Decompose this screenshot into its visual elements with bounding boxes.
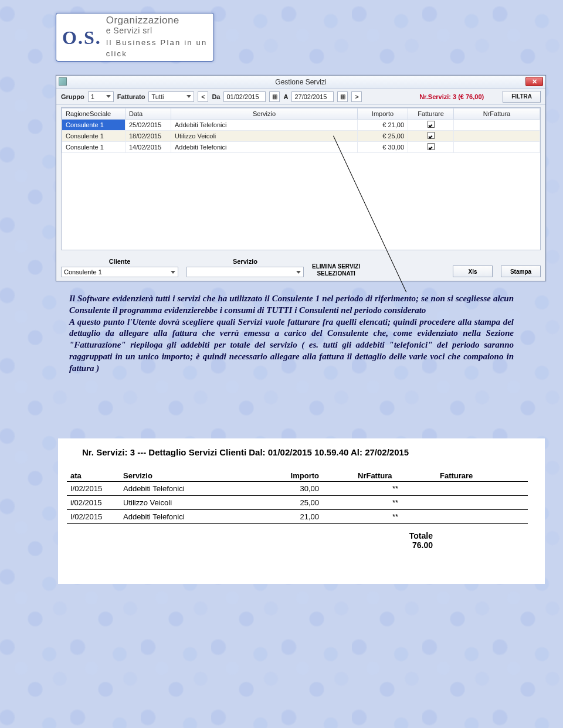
cliente-label: Cliente — [109, 258, 131, 265]
servizi-grid[interactable]: RagioneSociale Data Servizio Importo Fat… — [61, 107, 541, 250]
toolbar: Gruppo 1 Fatturato Tutti < Da 01/02/2015… — [56, 89, 545, 105]
filtra-button[interactable]: FILTRA — [503, 91, 541, 103]
col-nrfattura[interactable]: NrFattura — [454, 108, 540, 120]
da-label: Da — [212, 93, 220, 100]
stampa-button[interactable]: Stampa — [501, 266, 541, 277]
servizio-combo[interactable] — [186, 267, 304, 277]
logo-initials: O.S. — [62, 28, 101, 47]
gestione-servizi-window: Gestione Servizi ✕ Gruppo 1 Fatturato Tu… — [56, 75, 546, 281]
body-paragraph: Il Software evidenzierà tutti i servizi … — [69, 293, 514, 375]
window-title: Gestione Servizi — [275, 78, 326, 86]
col-fatturare[interactable]: Fatturare — [408, 108, 454, 120]
servizio-label: Servizio — [233, 258, 257, 265]
col-importo[interactable]: Importo — [358, 108, 408, 120]
nr-servizi-label: Nr.Servizi: 3 (€ 76,00) — [419, 93, 484, 100]
gruppo-label: Gruppo — [61, 93, 84, 100]
table-row[interactable]: Consulente 125/02/2015Addebiti Telefonic… — [62, 120, 540, 131]
report-table: ata Servizio Importo NrFattura Fatturare… — [67, 470, 528, 552]
col-ragione[interactable]: RagioneSociale — [62, 108, 126, 120]
col-servizio[interactable]: Servizio — [171, 108, 358, 120]
table-row[interactable]: Consulente 114/02/2015Addebiti Telefonic… — [62, 142, 540, 153]
prev-button[interactable]: < — [198, 91, 208, 102]
da-calendar-icon[interactable]: ▦ — [269, 91, 280, 102]
fatturato-label: Fatturato — [117, 93, 145, 100]
da-date-input[interactable]: 01/02/2015 — [223, 91, 266, 102]
rcol-fatturare: Fatturare — [436, 470, 528, 482]
report-panel: Nr. Servizi: 3 --- Dettaglio Servizi Cli… — [58, 438, 545, 584]
logo-line1: Organizzazione — [106, 15, 208, 26]
fatturare-checkbox[interactable] — [428, 132, 435, 139]
report-row: I/02/2015Addebiti Telefonici21,00** — [67, 510, 528, 524]
report-total-row: Totale76.00 — [67, 524, 528, 553]
report-row: i/02/2015Utilizzo Veicoli25,00** — [67, 496, 528, 510]
gruppo-select[interactable]: 1 — [88, 91, 114, 102]
logo-line2: e Servizi srl — [106, 26, 208, 35]
fatturare-checkbox[interactable] — [428, 143, 435, 150]
rcol-nrfattura: NrFattura — [354, 470, 436, 482]
cliente-combo[interactable]: Consulente 1 — [61, 267, 178, 277]
rcol-data: ata — [67, 470, 120, 482]
fatturato-select[interactable]: Tutti — [148, 91, 194, 102]
elimina-servizi-label: ELIMINA SERVIZI SELEZIONATI — [312, 263, 360, 277]
report-row: I/02/2015Addebiti Telefonici30,00** — [67, 482, 528, 496]
logo-text: Organizzazione e Servizi srl Il Business… — [106, 15, 208, 59]
logo-box: O.S. Organizzazione e Servizi srl Il Bus… — [56, 13, 214, 62]
a-label: A — [283, 93, 288, 100]
rcol-importo: Importo — [260, 470, 354, 482]
logo-tagline: Il Business Plan in un click — [106, 38, 208, 59]
table-row[interactable]: Consulente 118/02/2015Utilizzo Veicoli€ … — [62, 131, 540, 142]
window-sys-icon[interactable] — [59, 77, 67, 86]
next-button[interactable]: > — [351, 91, 362, 102]
xls-button[interactable]: Xls — [453, 266, 493, 277]
fatturare-checkbox[interactable] — [428, 121, 435, 128]
close-button[interactable]: ✕ — [525, 77, 543, 86]
grid-header-row: RagioneSociale Data Servizio Importo Fat… — [62, 108, 540, 120]
report-header: Nr. Servizi: 3 --- Dettaglio Servizi Cli… — [82, 447, 528, 457]
rcol-servizio: Servizio — [120, 470, 260, 482]
window-footer: Cliente Consulente 1 Servizio ELIMINA SE… — [61, 254, 541, 277]
window-titlebar: Gestione Servizi ✕ — [56, 76, 545, 89]
col-data[interactable]: Data — [126, 108, 171, 120]
a-date-input[interactable]: 27/02/2015 — [291, 91, 334, 102]
a-calendar-icon[interactable]: ▦ — [337, 91, 348, 102]
